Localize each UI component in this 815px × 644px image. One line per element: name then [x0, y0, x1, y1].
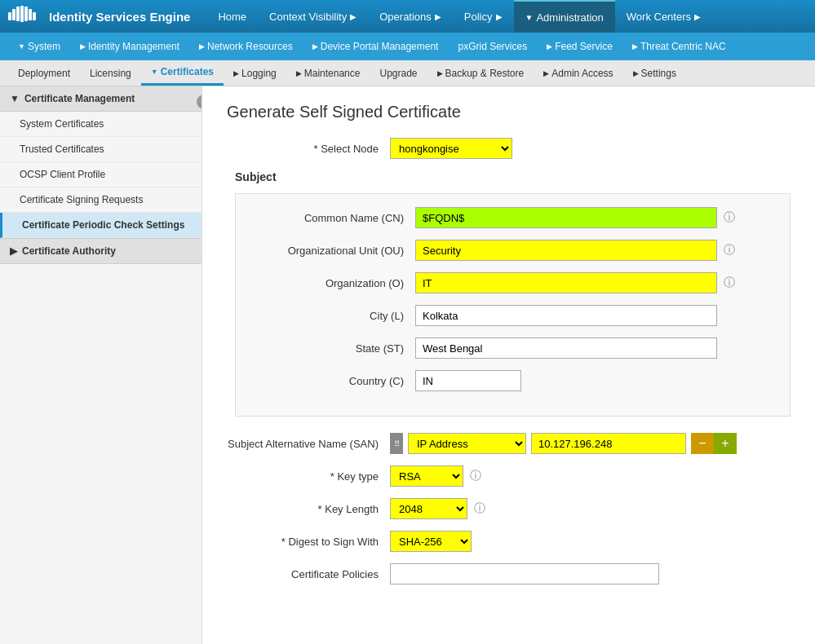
sidebar-item-csr[interactable]: Certificate Signing Requests [0, 187, 202, 213]
tab-deployment[interactable]: Deployment [8, 60, 80, 86]
tab-certificates[interactable]: ▼ Certificates [141, 60, 224, 86]
tab-cert-arrow: ▼ [151, 68, 158, 76]
nav-work-centers[interactable]: Work Centers ▶ [615, 0, 712, 33]
sidebar-item-periodic-check[interactable]: Certificate Periodic Check Settings [0, 213, 202, 238]
org-unit-input[interactable] [415, 240, 717, 261]
sidebar-item-ocsp[interactable]: OCSP Client Profile [0, 162, 202, 187]
san-value-input[interactable] [531, 433, 686, 454]
country-group: Country (C) [252, 370, 773, 391]
common-name-info-icon[interactable]: ⓘ [724, 210, 735, 225]
digest-dropdown[interactable]: SHA-256 SHA-384 SHA-512 [390, 531, 472, 552]
nav2-pxgrid[interactable]: pxGrid Services [448, 33, 537, 60]
common-name-input[interactable] [415, 207, 717, 228]
svg-rect-1 [12, 9, 16, 20]
common-name-label: Common Name (CN) [252, 212, 415, 224]
org-group: Organization (O) ⓘ [252, 272, 773, 293]
third-navigation: Deployment Licensing ▼ Certificates ▶ Lo… [0, 60, 815, 86]
san-drag-handle[interactable]: ⠿ [390, 433, 403, 454]
select-node-group: * Select Node hongkongise [227, 138, 791, 159]
sidebar-item-system-certs[interactable]: System Certificates [0, 112, 202, 137]
svg-rect-0 [8, 12, 11, 20]
subject-section: Subject Common Name (CN) ⓘ Organizationa… [227, 170, 791, 417]
nav2-threat-arrow: ▶ [632, 42, 638, 51]
key-length-dropdown[interactable]: 512 1024 2048 4096 [390, 498, 467, 519]
tab-settings[interactable]: ▶ Settings [623, 60, 686, 86]
key-type-info-icon[interactable]: ⓘ [470, 469, 481, 483]
san-label: Subject Alternative Name (SAN) [227, 438, 390, 450]
sidebar-cert-authority-header[interactable]: ▶ Certificate Authority [0, 238, 202, 264]
country-label: Country (C) [252, 375, 415, 387]
tab-maintenance[interactable]: ▶ Maintenance [286, 60, 370, 86]
page-title: Generate Self Signed Certificate [227, 103, 791, 121]
nav-operations-arrow: ▶ [435, 12, 441, 21]
nav2-system[interactable]: ▼ System [8, 33, 70, 60]
nav2-device-portal-arrow: ▶ [312, 42, 318, 51]
main-layout: ◀ ▼ Certificate Management System Certif… [0, 86, 815, 644]
san-type-dropdown[interactable]: IP Address DNS Email URI [408, 433, 526, 454]
top-nav-items: Home Context Visibility ▶ Operations ▶ P… [206, 0, 807, 33]
nav2-network-arrow: ▶ [199, 42, 205, 51]
common-name-group: Common Name (CN) ⓘ [252, 207, 773, 228]
sidebar-item-trusted-certs[interactable]: Trusted Certificates [0, 137, 202, 162]
nav-policy[interactable]: Policy ▶ [453, 0, 514, 33]
nav-context-visibility-arrow: ▶ [350, 12, 357, 21]
nav2-network[interactable]: ▶ Network Resources [189, 33, 303, 60]
svg-rect-3 [20, 6, 24, 22]
nav2-threat-centric[interactable]: ▶ Threat Centric NAC [622, 33, 736, 60]
org-input[interactable] [415, 272, 717, 293]
nav2-device-portal[interactable]: ▶ Device Portal Management [303, 33, 449, 60]
svg-rect-4 [24, 7, 28, 21]
tab-upgrade[interactable]: Upgrade [370, 60, 427, 86]
tab-logging-arrow: ▶ [233, 69, 239, 77]
nav2-identity-arrow: ▶ [80, 42, 86, 51]
sidebar-cert-auth-arrow: ▶ [10, 245, 17, 257]
nav2-feed-service[interactable]: ▶ Feed Service [537, 33, 622, 60]
state-label: State (ST) [252, 342, 415, 355]
tab-maintenance-arrow: ▶ [296, 69, 302, 77]
subject-title: Subject [235, 170, 791, 183]
nav-work-centers-arrow: ▶ [694, 12, 701, 21]
city-label: City (L) [252, 310, 415, 322]
cert-policies-label: Certificate Policies [227, 568, 390, 580]
second-navigation: ▼ System ▶ Identity Management ▶ Network… [0, 33, 815, 60]
key-length-info-icon[interactable]: ⓘ [474, 501, 485, 516]
tab-logging[interactable]: ▶ Logging [224, 60, 286, 86]
svg-rect-6 [33, 12, 36, 20]
nav-administration-arrow: ▼ [525, 13, 534, 22]
subject-box: Common Name (CN) ⓘ Organizational Unit (… [235, 193, 791, 417]
country-input[interactable] [415, 370, 521, 391]
org-label: Organization (O) [252, 277, 415, 289]
key-length-label: * Key Length [227, 503, 390, 515]
tab-admin-access[interactable]: ▶ Admin Access [534, 60, 622, 86]
key-type-group: * Key type RSA ECDSA ⓘ [227, 465, 791, 487]
digest-label: * Digest to Sign With [227, 536, 390, 548]
state-input[interactable] [415, 337, 717, 359]
nav2-feed-arrow: ▶ [547, 42, 552, 51]
content-area: Generate Self Signed Certificate * Selec… [202, 86, 815, 644]
city-group: City (L) [252, 305, 773, 326]
nav2-identity[interactable]: ▶ Identity Management [70, 33, 189, 60]
org-info-icon[interactable]: ⓘ [724, 276, 735, 290]
sidebar-cert-management-header[interactable]: ▼ Certificate Management [0, 86, 202, 112]
select-node-dropdown[interactable]: hongkongise [390, 138, 512, 159]
cert-policies-group: Certificate Policies [227, 563, 791, 584]
nav-operations[interactable]: Operations ▶ [368, 0, 453, 33]
san-row: ⠿ IP Address DNS Email URI − + [390, 433, 737, 454]
tab-admin-arrow: ▶ [543, 69, 549, 77]
svg-rect-5 [29, 9, 32, 20]
nav-administration[interactable]: ▼ Administration [514, 0, 615, 33]
cert-policies-input[interactable] [390, 563, 659, 584]
city-input[interactable] [415, 305, 717, 326]
san-remove-button[interactable]: − [691, 433, 714, 454]
san-add-button[interactable]: + [714, 433, 737, 454]
tab-backup[interactable]: ▶ Backup & Restore [427, 60, 534, 86]
san-buttons: − + [691, 433, 737, 454]
sidebar-cert-mgmt-arrow: ▼ [10, 93, 20, 104]
nav-home[interactable]: Home [206, 0, 258, 33]
nav-context-visibility[interactable]: Context Visibility ▶ [258, 0, 368, 33]
nav2-system-arrow: ▼ [18, 42, 25, 51]
org-unit-info-icon[interactable]: ⓘ [724, 243, 735, 258]
tab-licensing[interactable]: Licensing [80, 60, 141, 86]
key-type-dropdown[interactable]: RSA ECDSA [390, 465, 463, 487]
select-node-label: * Select Node [227, 143, 390, 155]
